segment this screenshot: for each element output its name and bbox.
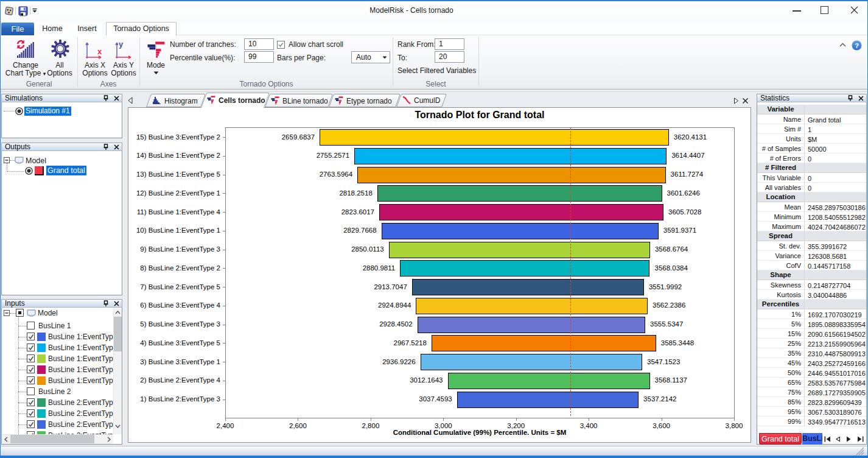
svg-text:x: x [97,47,102,56]
svg-text:y: y [119,40,124,49]
svg-text:?: ? [855,42,859,49]
